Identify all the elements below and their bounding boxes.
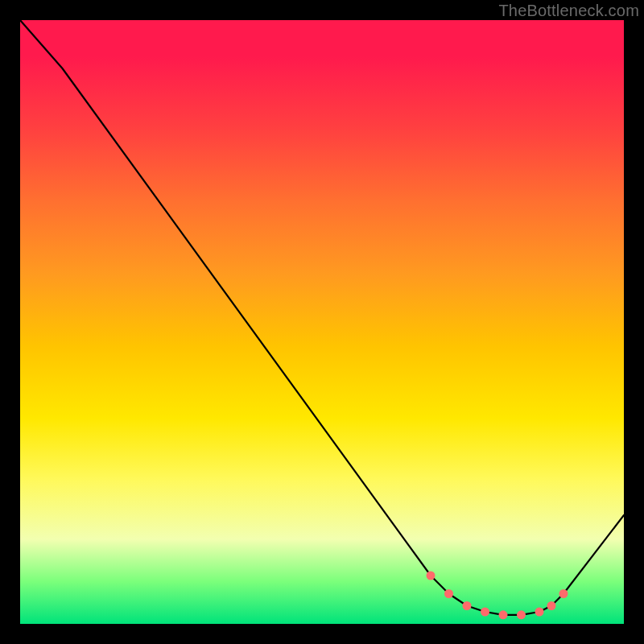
- highlight-point: [517, 610, 526, 619]
- chart-frame: TheBottleneck.com: [0, 0, 644, 644]
- curve-layer: [20, 20, 624, 624]
- highlight-point: [499, 610, 508, 619]
- highlight-point: [481, 608, 489, 617]
- bottleneck-curve-path: [20, 20, 624, 615]
- highlight-point: [427, 572, 436, 580]
- highlight-markers: [427, 572, 568, 620]
- watermark-text: TheBottleneck.com: [498, 2, 639, 20]
- highlight-point: [559, 589, 568, 598]
- highlight-point: [547, 601, 556, 610]
- highlight-point: [463, 601, 472, 610]
- highlight-point: [535, 608, 544, 617]
- plot-area: [20, 20, 624, 624]
- highlight-point: [444, 589, 453, 598]
